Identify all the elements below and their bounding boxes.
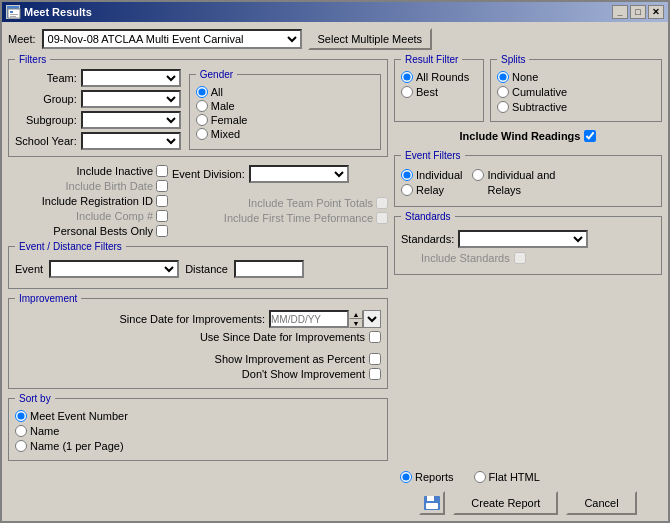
spin-down-button[interactable]: ▼ (349, 319, 363, 328)
cancel-button[interactable]: Cancel (566, 491, 636, 515)
left-bottom: Sort by Meet Event Number Name (8, 393, 388, 461)
sort-meet-event-row: Meet Event Number (15, 410, 381, 422)
sort-meet-event-radio[interactable] (15, 410, 27, 422)
create-report-button[interactable]: Create Report (453, 491, 558, 515)
include-birth-date-label: Include Birth Date (66, 180, 153, 192)
reports-row: Reports Flat HTML (394, 467, 662, 487)
content-area: Meet: 09-Nov-08 ATCLAA Multi Event Carni… (2, 22, 668, 521)
group-label: Group: (43, 93, 77, 105)
include-birth-date-row: Include Birth Date (14, 180, 168, 192)
ef-relay-label: Relay (416, 184, 444, 196)
splits-inner: None Cumulative Subtractive (497, 69, 655, 115)
gender-all-radio[interactable] (196, 86, 208, 98)
event-distance-legend: Event / Distance Filters (15, 241, 126, 252)
window-icon (6, 5, 20, 19)
event-select[interactable] (49, 260, 179, 278)
include-inactive-row: Include Inactive (14, 165, 168, 177)
gender-female-radio[interactable] (196, 114, 208, 126)
include-birth-date-checkbox[interactable] (156, 180, 168, 192)
best-label: Best (416, 86, 438, 98)
sort-name-page-row: Name (1 per Page) (15, 440, 381, 452)
include-registration-id-checkbox[interactable] (156, 195, 168, 207)
include-standards-checkbox[interactable] (514, 252, 526, 264)
personal-bests-checkbox[interactable] (156, 225, 168, 237)
splits-legend: Splits (497, 54, 529, 65)
svg-rect-6 (426, 503, 438, 509)
maximize-button[interactable]: □ (630, 5, 646, 19)
wind-readings-label: Include Wind Readings (460, 130, 581, 142)
close-button[interactable]: ✕ (648, 5, 664, 19)
show-percent-row: Show Improvement as Percent (15, 353, 381, 365)
event-division-select[interactable] (249, 165, 349, 183)
spin-up-button[interactable]: ▲ (349, 310, 363, 319)
team-point-checkbox[interactable] (376, 197, 388, 209)
best-row: Best (401, 86, 477, 98)
event-distance-inner: Event Distance (15, 256, 381, 282)
splits-cumulative-radio[interactable] (497, 86, 509, 98)
right-middle-section: Event Division: Include Team Point Total… (172, 161, 388, 237)
svg-rect-5 (427, 496, 434, 501)
team-select[interactable] (81, 69, 181, 87)
gender-male-label: Male (211, 100, 235, 112)
sortby-legend: Sort by (15, 393, 55, 404)
standards-inner: Standards: Include Standards (401, 226, 655, 268)
splits-subtractive-radio[interactable] (497, 101, 509, 113)
personal-bests-row: Personal Bests Only (14, 225, 168, 237)
distance-label: Distance (185, 263, 228, 275)
subgroup-label: Subgroup: (26, 114, 77, 126)
minimize-button[interactable]: _ (612, 5, 628, 19)
sortby-fieldset: Sort by Meet Event Number Name (8, 393, 388, 461)
standards-legend: Standards (401, 211, 455, 222)
distance-input[interactable] (234, 260, 304, 278)
ef-relay-radio[interactable] (401, 184, 413, 196)
include-inactive-checkbox[interactable] (156, 165, 168, 177)
ef-individual-radio[interactable] (401, 169, 413, 181)
ef-individual-relay-radio[interactable] (472, 169, 484, 181)
ef-relays-row: Relays (472, 184, 555, 196)
show-percent-checkbox[interactable] (369, 353, 381, 365)
include-standards-row: Include Standards (401, 252, 655, 264)
group-select[interactable] (81, 90, 181, 108)
gender-male-radio[interactable] (196, 100, 208, 112)
dont-show-checkbox[interactable] (369, 368, 381, 380)
wind-readings-checkbox[interactable] (584, 130, 596, 142)
dont-show-row: Don't Show Improvement (15, 368, 381, 380)
flat-html-radio[interactable] (474, 471, 486, 483)
school-year-label: School Year: (15, 135, 77, 147)
subgroup-row: Subgroup: (15, 111, 181, 129)
sort-name-page-radio[interactable] (15, 440, 27, 452)
include-comp-label: Include Comp # (76, 210, 153, 222)
title-bar-controls: _ □ ✕ (612, 5, 664, 19)
include-standards-label: Include Standards (421, 252, 510, 264)
gender-male-row: Male (196, 100, 374, 112)
use-since-date-checkbox[interactable] (369, 331, 381, 343)
result-filter-legend: Result Filter (401, 54, 462, 65)
splits-none-radio[interactable] (497, 71, 509, 83)
best-radio[interactable] (401, 86, 413, 98)
team-label: Team: (47, 72, 77, 84)
improvement-fieldset: Improvement Since Date for Improvements:… (8, 293, 388, 389)
show-percent-label: Show Improvement as Percent (215, 353, 365, 365)
gender-female-label: Female (211, 114, 248, 126)
all-rounds-radio[interactable] (401, 71, 413, 83)
event-filters-inner: Individual Relay Individual and (401, 165, 655, 200)
team-point-label: Include Team Point Totals (248, 197, 373, 209)
dont-show-label: Don't Show Improvement (242, 368, 365, 380)
first-time-checkbox[interactable] (376, 212, 388, 224)
standards-select[interactable] (458, 230, 588, 248)
top-right: Result Filter All Rounds Best (394, 54, 662, 122)
save-button[interactable] (419, 491, 445, 515)
include-registration-id-row: Include Registration ID (14, 195, 168, 207)
team-row: Team: (15, 69, 181, 87)
reports-radio[interactable] (400, 471, 412, 483)
select-multiple-meets-button[interactable]: Select Multiple Meets (308, 28, 433, 50)
date-format-select[interactable] (363, 310, 381, 328)
group-row: Group: (15, 90, 181, 108)
subgroup-select[interactable] (81, 111, 181, 129)
include-comp-checkbox[interactable] (156, 210, 168, 222)
meet-select[interactable]: 09-Nov-08 ATCLAA Multi Event Carnival (42, 29, 302, 49)
sort-name-radio[interactable] (15, 425, 27, 437)
since-date-input[interactable] (269, 310, 349, 328)
gender-mixed-radio[interactable] (196, 128, 208, 140)
school-year-select[interactable] (81, 132, 181, 150)
